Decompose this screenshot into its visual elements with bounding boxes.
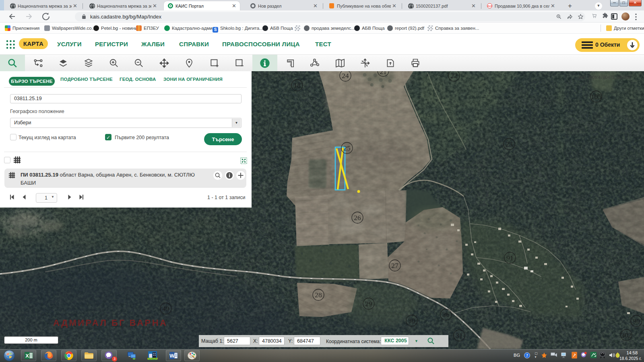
svg-text:29: 29	[365, 300, 372, 308]
svg-text:28: 28	[315, 291, 322, 299]
svg-text:26: 26	[354, 214, 361, 222]
svg-text:БУЛСТРОЙ: БУЛСТРОЙ	[147, 357, 158, 360]
svg-text:49: 49	[162, 304, 169, 313]
svg-text:36: 36	[442, 311, 450, 319]
svg-text:25: 25	[343, 144, 351, 152]
svg-text:91: 91	[506, 254, 514, 262]
svg-text:22: 22	[450, 72, 458, 80]
svg-text:21: 21	[380, 71, 387, 76]
svg-text:АДМИРАЛ БГ ВАРНА: АДМИРАЛ БГ ВАРНА	[53, 318, 168, 328]
svg-text:ККС 2005:4780475, 683580: ККС 2005:4780475, 683580	[578, 75, 631, 80]
svg-text:27: 27	[391, 261, 398, 269]
svg-text:W: W	[169, 353, 175, 359]
svg-text:30: 30	[408, 317, 415, 325]
svg-text:?: ?	[526, 353, 528, 358]
svg-text:18: 18	[293, 81, 301, 89]
svg-text:X: X	[25, 353, 29, 359]
svg-text:31: 31	[456, 331, 463, 339]
svg-text:105: 105	[591, 93, 602, 101]
svg-text:23: 23	[506, 140, 513, 148]
svg-text:24: 24	[342, 72, 349, 80]
svg-text:302: 302	[621, 331, 632, 339]
svg-text:90: 90	[633, 317, 640, 325]
